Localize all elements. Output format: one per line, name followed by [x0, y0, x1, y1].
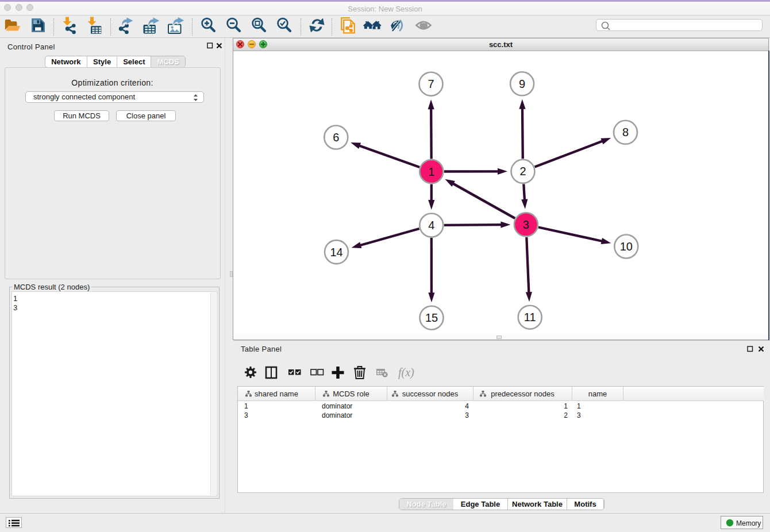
svg-text:f(x): f(x) [398, 366, 414, 379]
svg-text:14: 14 [330, 246, 342, 259]
svg-text:2: 2 [519, 165, 526, 178]
svg-text:1: 1 [428, 165, 434, 178]
svg-text:7: 7 [428, 78, 434, 90]
svg-text:11: 11 [524, 311, 536, 323]
svg-text:10: 10 [620, 240, 633, 253]
svg-text:6: 6 [333, 131, 339, 144]
svg-text:9: 9 [519, 78, 525, 90]
svg-text:8: 8 [622, 126, 629, 138]
svg-text:3: 3 [523, 218, 529, 231]
svg-text:4: 4 [428, 219, 434, 232]
svg-text:15: 15 [425, 311, 438, 324]
